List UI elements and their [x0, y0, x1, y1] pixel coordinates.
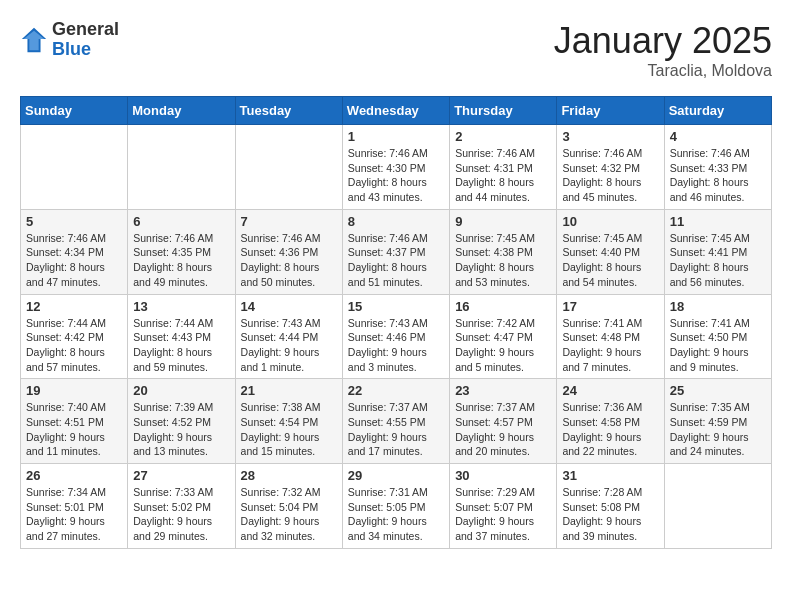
weekday-header-friday: Friday [557, 97, 664, 125]
day-info: Sunrise: 7:42 AM Sunset: 4:47 PM Dayligh… [455, 316, 551, 375]
calendar-cell: 22Sunrise: 7:37 AM Sunset: 4:55 PM Dayli… [342, 379, 449, 464]
weekday-header-row: SundayMondayTuesdayWednesdayThursdayFrid… [21, 97, 772, 125]
calendar-cell: 20Sunrise: 7:39 AM Sunset: 4:52 PM Dayli… [128, 379, 235, 464]
weekday-header-thursday: Thursday [450, 97, 557, 125]
day-number: 12 [26, 299, 122, 314]
day-number: 20 [133, 383, 229, 398]
calendar-cell: 12Sunrise: 7:44 AM Sunset: 4:42 PM Dayli… [21, 294, 128, 379]
weekday-header-sunday: Sunday [21, 97, 128, 125]
calendar-cell [664, 464, 771, 549]
day-number: 19 [26, 383, 122, 398]
calendar-title: January 2025 [554, 20, 772, 62]
day-info: Sunrise: 7:31 AM Sunset: 5:05 PM Dayligh… [348, 485, 444, 544]
day-info: Sunrise: 7:32 AM Sunset: 5:04 PM Dayligh… [241, 485, 337, 544]
week-row-3: 12Sunrise: 7:44 AM Sunset: 4:42 PM Dayli… [21, 294, 772, 379]
week-row-4: 19Sunrise: 7:40 AM Sunset: 4:51 PM Dayli… [21, 379, 772, 464]
day-number: 26 [26, 468, 122, 483]
calendar-cell: 1Sunrise: 7:46 AM Sunset: 4:30 PM Daylig… [342, 125, 449, 210]
week-row-1: 1Sunrise: 7:46 AM Sunset: 4:30 PM Daylig… [21, 125, 772, 210]
day-info: Sunrise: 7:44 AM Sunset: 4:42 PM Dayligh… [26, 316, 122, 375]
day-number: 22 [348, 383, 444, 398]
day-number: 5 [26, 214, 122, 229]
calendar-cell: 7Sunrise: 7:46 AM Sunset: 4:36 PM Daylig… [235, 209, 342, 294]
day-info: Sunrise: 7:29 AM Sunset: 5:07 PM Dayligh… [455, 485, 551, 544]
week-row-2: 5Sunrise: 7:46 AM Sunset: 4:34 PM Daylig… [21, 209, 772, 294]
day-number: 29 [348, 468, 444, 483]
day-info: Sunrise: 7:46 AM Sunset: 4:37 PM Dayligh… [348, 231, 444, 290]
day-number: 28 [241, 468, 337, 483]
week-row-5: 26Sunrise: 7:34 AM Sunset: 5:01 PM Dayli… [21, 464, 772, 549]
day-number: 9 [455, 214, 551, 229]
calendar-cell: 28Sunrise: 7:32 AM Sunset: 5:04 PM Dayli… [235, 464, 342, 549]
day-number: 25 [670, 383, 766, 398]
day-info: Sunrise: 7:34 AM Sunset: 5:01 PM Dayligh… [26, 485, 122, 544]
calendar-cell: 2Sunrise: 7:46 AM Sunset: 4:31 PM Daylig… [450, 125, 557, 210]
calendar-cell: 26Sunrise: 7:34 AM Sunset: 5:01 PM Dayli… [21, 464, 128, 549]
calendar-cell: 29Sunrise: 7:31 AM Sunset: 5:05 PM Dayli… [342, 464, 449, 549]
day-number: 6 [133, 214, 229, 229]
calendar-cell: 5Sunrise: 7:46 AM Sunset: 4:34 PM Daylig… [21, 209, 128, 294]
calendar-cell [128, 125, 235, 210]
calendar-cell: 9Sunrise: 7:45 AM Sunset: 4:38 PM Daylig… [450, 209, 557, 294]
day-info: Sunrise: 7:33 AM Sunset: 5:02 PM Dayligh… [133, 485, 229, 544]
page-header: General Blue January 2025 Taraclia, Mold… [20, 20, 772, 80]
weekday-header-saturday: Saturday [664, 97, 771, 125]
calendar-cell: 3Sunrise: 7:46 AM Sunset: 4:32 PM Daylig… [557, 125, 664, 210]
calendar-cell: 10Sunrise: 7:45 AM Sunset: 4:40 PM Dayli… [557, 209, 664, 294]
calendar-cell: 11Sunrise: 7:45 AM Sunset: 4:41 PM Dayli… [664, 209, 771, 294]
logo-icon [20, 26, 48, 54]
day-info: Sunrise: 7:46 AM Sunset: 4:30 PM Dayligh… [348, 146, 444, 205]
day-number: 11 [670, 214, 766, 229]
day-number: 15 [348, 299, 444, 314]
calendar-cell [21, 125, 128, 210]
day-info: Sunrise: 7:46 AM Sunset: 4:32 PM Dayligh… [562, 146, 658, 205]
calendar-cell: 16Sunrise: 7:42 AM Sunset: 4:47 PM Dayli… [450, 294, 557, 379]
weekday-header-wednesday: Wednesday [342, 97, 449, 125]
day-number: 23 [455, 383, 551, 398]
day-number: 30 [455, 468, 551, 483]
day-number: 27 [133, 468, 229, 483]
day-info: Sunrise: 7:45 AM Sunset: 4:40 PM Dayligh… [562, 231, 658, 290]
day-info: Sunrise: 7:37 AM Sunset: 4:55 PM Dayligh… [348, 400, 444, 459]
title-block: January 2025 Taraclia, Moldova [554, 20, 772, 80]
calendar-cell [235, 125, 342, 210]
day-info: Sunrise: 7:40 AM Sunset: 4:51 PM Dayligh… [26, 400, 122, 459]
logo-text: General Blue [52, 20, 119, 60]
day-number: 1 [348, 129, 444, 144]
day-info: Sunrise: 7:44 AM Sunset: 4:43 PM Dayligh… [133, 316, 229, 375]
day-number: 13 [133, 299, 229, 314]
calendar-cell: 13Sunrise: 7:44 AM Sunset: 4:43 PM Dayli… [128, 294, 235, 379]
day-info: Sunrise: 7:43 AM Sunset: 4:44 PM Dayligh… [241, 316, 337, 375]
calendar-cell: 15Sunrise: 7:43 AM Sunset: 4:46 PM Dayli… [342, 294, 449, 379]
calendar-cell: 14Sunrise: 7:43 AM Sunset: 4:44 PM Dayli… [235, 294, 342, 379]
calendar-cell: 19Sunrise: 7:40 AM Sunset: 4:51 PM Dayli… [21, 379, 128, 464]
day-info: Sunrise: 7:45 AM Sunset: 4:38 PM Dayligh… [455, 231, 551, 290]
calendar-cell: 23Sunrise: 7:37 AM Sunset: 4:57 PM Dayli… [450, 379, 557, 464]
day-info: Sunrise: 7:43 AM Sunset: 4:46 PM Dayligh… [348, 316, 444, 375]
day-info: Sunrise: 7:46 AM Sunset: 4:31 PM Dayligh… [455, 146, 551, 205]
day-number: 31 [562, 468, 658, 483]
calendar-cell: 18Sunrise: 7:41 AM Sunset: 4:50 PM Dayli… [664, 294, 771, 379]
day-number: 4 [670, 129, 766, 144]
calendar-cell: 21Sunrise: 7:38 AM Sunset: 4:54 PM Dayli… [235, 379, 342, 464]
logo: General Blue [20, 20, 119, 60]
logo-blue-text: Blue [52, 40, 119, 60]
calendar-cell: 30Sunrise: 7:29 AM Sunset: 5:07 PM Dayli… [450, 464, 557, 549]
day-info: Sunrise: 7:36 AM Sunset: 4:58 PM Dayligh… [562, 400, 658, 459]
day-number: 3 [562, 129, 658, 144]
day-number: 7 [241, 214, 337, 229]
day-number: 14 [241, 299, 337, 314]
day-info: Sunrise: 7:35 AM Sunset: 4:59 PM Dayligh… [670, 400, 766, 459]
day-info: Sunrise: 7:46 AM Sunset: 4:35 PM Dayligh… [133, 231, 229, 290]
calendar-subtitle: Taraclia, Moldova [554, 62, 772, 80]
calendar-cell: 8Sunrise: 7:46 AM Sunset: 4:37 PM Daylig… [342, 209, 449, 294]
day-number: 2 [455, 129, 551, 144]
calendar-cell: 24Sunrise: 7:36 AM Sunset: 4:58 PM Dayli… [557, 379, 664, 464]
svg-marker-1 [24, 30, 45, 50]
day-info: Sunrise: 7:28 AM Sunset: 5:08 PM Dayligh… [562, 485, 658, 544]
day-info: Sunrise: 7:45 AM Sunset: 4:41 PM Dayligh… [670, 231, 766, 290]
calendar-cell: 31Sunrise: 7:28 AM Sunset: 5:08 PM Dayli… [557, 464, 664, 549]
day-number: 17 [562, 299, 658, 314]
calendar-cell: 4Sunrise: 7:46 AM Sunset: 4:33 PM Daylig… [664, 125, 771, 210]
day-number: 24 [562, 383, 658, 398]
